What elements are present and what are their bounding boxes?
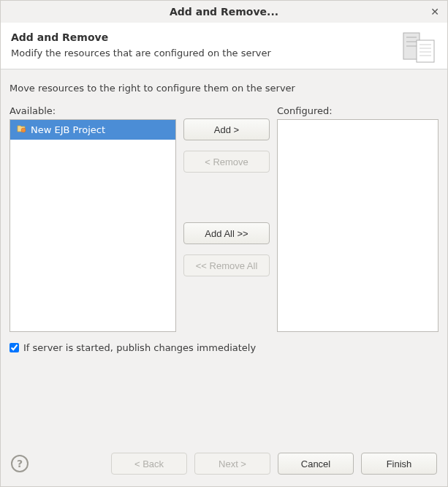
- window-title: Add and Remove...: [170, 6, 278, 18]
- list-item[interactable]: New EJB Project: [10, 120, 175, 140]
- list-item-label: New EJB Project: [31, 124, 105, 135]
- svg-rect-4: [417, 40, 434, 62]
- publish-checkbox-row[interactable]: If server is started, publish changes im…: [10, 342, 438, 353]
- footer: ? < Back Next > Cancel Finish: [1, 440, 447, 486]
- banner-heading: Add and Remove: [11, 31, 437, 43]
- add-remove-dialog: Add and Remove... ✕ Add and Remove Modif…: [0, 0, 448, 487]
- content-area: Move resources to the right to configure…: [1, 69, 447, 440]
- add-button[interactable]: Add >: [183, 118, 270, 140]
- remove-button: < Remove: [183, 151, 270, 173]
- help-icon[interactable]: ?: [11, 455, 29, 472]
- server-document-icon: [400, 30, 438, 68]
- available-listbox[interactable]: New EJB Project: [10, 119, 176, 332]
- configured-label: Configured:: [277, 105, 438, 116]
- svg-point-9: [21, 128, 26, 132]
- available-label: Available:: [10, 105, 176, 116]
- available-column: Available: New EJB Project: [10, 105, 176, 332]
- transfer-buttons: Add > < Remove Add All >> << Remove All: [183, 105, 270, 332]
- next-button: Next >: [194, 453, 270, 475]
- configured-column: Configured:: [277, 105, 438, 332]
- banner-subtitle: Modify the resources that are configured…: [11, 48, 437, 58]
- banner: Add and Remove Modify the resources that…: [1, 23, 447, 69]
- project-icon: [16, 124, 26, 136]
- close-icon[interactable]: ✕: [428, 5, 441, 18]
- cancel-button[interactable]: Cancel: [278, 453, 354, 475]
- back-button: < Back: [111, 453, 187, 475]
- publish-checkbox-label: If server is started, publish changes im…: [23, 342, 256, 353]
- add-all-button[interactable]: Add All >>: [183, 222, 270, 244]
- finish-button[interactable]: Finish: [361, 453, 437, 475]
- instruction-text: Move resources to the right to configure…: [10, 83, 438, 94]
- transfer-columns: Available: New EJB Project Add >: [10, 105, 438, 332]
- configured-listbox[interactable]: [277, 119, 438, 332]
- titlebar: Add and Remove... ✕: [1, 1, 447, 23]
- remove-all-button: << Remove All: [183, 254, 270, 276]
- publish-checkbox[interactable]: [10, 343, 19, 352]
